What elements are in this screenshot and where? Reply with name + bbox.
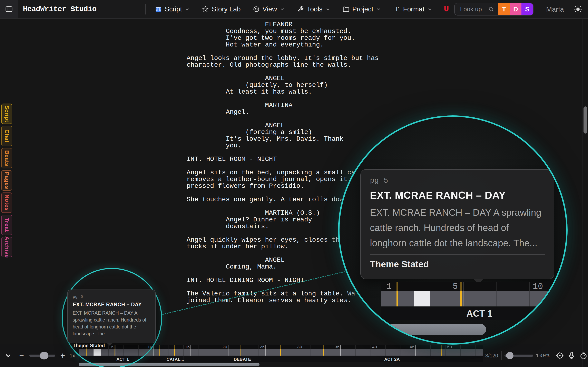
- beat-marker[interactable]: [280, 345, 281, 356]
- page-cell[interactable]: [453, 349, 461, 356]
- page-cell[interactable]: [386, 349, 393, 356]
- page-cell[interactable]: [497, 291, 513, 307]
- page-cell[interactable]: [397, 291, 414, 307]
- act-band[interactable]: DEBATE: [184, 356, 301, 362]
- page-cell[interactable]: [251, 349, 259, 356]
- page-cell[interactable]: [430, 291, 447, 307]
- timeline-zoom-slider[interactable]: [29, 355, 55, 357]
- page-cell[interactable]: [123, 349, 131, 356]
- menu-item-format[interactable]: TFormat: [393, 5, 432, 13]
- page-cell[interactable]: [461, 349, 468, 356]
- slider-thumb[interactable]: [506, 352, 513, 359]
- page-cell[interactable]: [86, 349, 94, 356]
- page-cell[interactable]: [476, 349, 483, 356]
- sidebar-tab-archive[interactable]: Archive: [1, 237, 12, 257]
- menu-item-tools[interactable]: Tools: [297, 5, 330, 13]
- page-cell[interactable]: [513, 291, 530, 307]
- page-cell[interactable]: [288, 349, 296, 356]
- page-cell[interactable]: [281, 349, 288, 356]
- sidebar-tab-treat[interactable]: Treat: [1, 215, 12, 235]
- page-cell[interactable]: [446, 349, 453, 356]
- mode-button-d[interactable]: D: [510, 3, 521, 16]
- page-cell[interactable]: [303, 349, 311, 356]
- beat-marker[interactable]: [174, 345, 175, 356]
- page-cell[interactable]: [183, 349, 191, 356]
- page-cell[interactable]: [423, 349, 431, 356]
- page-cell[interactable]: [546, 291, 563, 307]
- zoom-out-button[interactable]: −: [19, 351, 24, 360]
- page-cell[interactable]: [378, 349, 386, 356]
- view-zoom-slider[interactable]: [504, 355, 533, 357]
- page-cell[interactable]: [480, 291, 497, 307]
- page-cell[interactable]: [318, 349, 326, 356]
- page-cell[interactable]: [176, 349, 183, 356]
- vertical-scrollbar[interactable]: [582, 19, 588, 367]
- theme-toggle-button[interactable]: [573, 4, 583, 14]
- sidebar-tab-beats[interactable]: Beats: [1, 148, 12, 168]
- page-cell[interactable]: [341, 349, 348, 356]
- menu-item-story-lab[interactable]: Story Lab: [202, 5, 241, 13]
- page-cell[interactable]: [468, 349, 476, 356]
- page-cell[interactable]: [326, 349, 333, 356]
- menu-item-u[interactable]: U: [444, 4, 449, 14]
- page-cell[interactable]: [259, 349, 266, 356]
- collapse-timeline-button[interactable]: [4, 351, 12, 360]
- act-band[interactable]: CATAL...: [167, 356, 184, 362]
- page-cell[interactable]: [356, 349, 363, 356]
- page-cell[interactable]: [213, 349, 221, 356]
- menu-item-project[interactable]: Project: [342, 5, 381, 13]
- page-cell[interactable]: [408, 349, 416, 356]
- page-cell[interactable]: [416, 349, 423, 356]
- page-cell[interactable]: [463, 291, 480, 307]
- sidebar-toggle-button[interactable]: [5, 5, 13, 13]
- page-cell[interactable]: [296, 349, 303, 356]
- page-cell[interactable]: [116, 349, 123, 356]
- search-box[interactable]: Look up TDS: [454, 3, 534, 16]
- locate-button[interactable]: [555, 351, 564, 360]
- microphone-button[interactable]: [567, 351, 576, 360]
- page-cell[interactable]: [191, 349, 199, 356]
- timeline-scrollbar[interactable]: [338, 324, 486, 335]
- act-band[interactable]: ACT 1: [79, 356, 167, 362]
- page-cell[interactable]: [161, 349, 169, 356]
- current-page-cell[interactable]: [414, 291, 430, 307]
- mode-button-t[interactable]: T: [498, 3, 510, 16]
- beat-marker[interactable]: [323, 345, 324, 356]
- page-cell[interactable]: [101, 349, 109, 356]
- mode-button-s[interactable]: S: [521, 3, 533, 16]
- beat-marker[interactable]: [460, 282, 462, 307]
- timeline-scrollbar[interactable]: [79, 363, 259, 366]
- sidebar-tab-pages[interactable]: Pages: [1, 170, 12, 191]
- sidebar-tab-notes[interactable]: Notes: [1, 192, 12, 213]
- page-cell[interactable]: [199, 349, 206, 356]
- page-cell[interactable]: [348, 349, 356, 356]
- sidebar-tab-chat[interactable]: Chat: [1, 126, 12, 146]
- current-page-cell[interactable]: [94, 349, 101, 356]
- page-cell[interactable]: [228, 349, 236, 356]
- menu-item-script[interactable]: Script: [155, 5, 190, 13]
- scrollbar-thumb[interactable]: [584, 106, 587, 133]
- page-cell[interactable]: [333, 349, 341, 356]
- beat-marker[interactable]: [241, 345, 241, 356]
- page-cell[interactable]: [401, 349, 408, 356]
- page-cell[interactable]: [371, 349, 378, 356]
- beat-marker[interactable]: [159, 345, 160, 356]
- page-cell[interactable]: [131, 349, 139, 356]
- page-cell[interactable]: [381, 291, 397, 307]
- page-cell[interactable]: [146, 349, 154, 356]
- page-cell[interactable]: [563, 291, 568, 307]
- act-band[interactable]: ACT 2A: [301, 356, 483, 362]
- act-band[interactable]: ACT 1: [381, 307, 568, 320]
- page-cell[interactable]: [206, 349, 214, 356]
- menu-item-view[interactable]: View: [252, 5, 285, 13]
- page-cell[interactable]: [530, 291, 546, 307]
- page-cell[interactable]: [236, 349, 243, 356]
- page-cell[interactable]: [393, 349, 401, 356]
- page-cell[interactable]: [139, 349, 146, 356]
- page-cell[interactable]: [79, 349, 86, 356]
- page-cell[interactable]: [311, 349, 318, 356]
- beat-marker[interactable]: [441, 345, 442, 356]
- page-cell[interactable]: [266, 349, 273, 356]
- page-cell[interactable]: [431, 349, 438, 356]
- page-cell[interactable]: [221, 349, 228, 356]
